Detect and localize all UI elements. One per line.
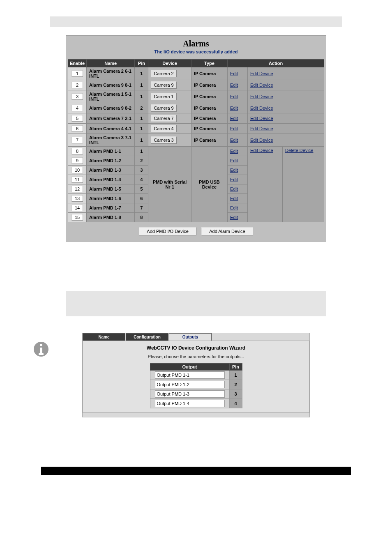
output-name-input[interactable] bbox=[155, 381, 225, 388]
tab-outputs[interactable]: Outputs bbox=[169, 333, 212, 341]
edit-link[interactable]: Edit bbox=[230, 215, 238, 220]
output-pin-cell: 1 bbox=[229, 371, 242, 380]
delete-device-link[interactable]: Delete Device bbox=[285, 148, 313, 153]
name-cell: Alarm Camera 9 8-2 bbox=[87, 103, 135, 113]
edit-device-link[interactable]: Edit Device bbox=[250, 94, 273, 99]
pin-cell: 1 bbox=[135, 147, 148, 156]
name-cell: Alarm PMD 1-8 bbox=[87, 213, 135, 222]
edit-device-link[interactable]: Edit Device bbox=[250, 106, 273, 111]
output-name-cell bbox=[150, 371, 229, 380]
enable-index[interactable]: 3 bbox=[71, 93, 83, 100]
alarms-title: Alarms bbox=[66, 39, 326, 48]
enable-cell: 6 bbox=[68, 124, 87, 134]
wizard-title: WebCCTV IO Device Configuration Wizard bbox=[87, 345, 305, 351]
wizard-panel: Name Configuration Outputs WebCCTV IO De… bbox=[82, 333, 310, 417]
edit-link[interactable]: Edit bbox=[230, 94, 238, 99]
enable-cell: 9 bbox=[68, 156, 87, 166]
enable-index[interactable]: 12 bbox=[71, 186, 83, 192]
add-pmd-button[interactable]: Add PMD I/O Device bbox=[139, 227, 196, 235]
name-cell: Alarm PMD 1-4 bbox=[87, 175, 135, 184]
enable-index[interactable]: 7 bbox=[71, 137, 83, 143]
enable-index[interactable]: 8 bbox=[71, 148, 83, 154]
edit-link[interactable]: Edit bbox=[230, 83, 238, 88]
enable-index[interactable]: 1 bbox=[71, 70, 83, 77]
table-row: 3Alarm Camera 1 5-1 INTL1Camera 1IP Came… bbox=[68, 90, 324, 103]
enable-index[interactable]: 5 bbox=[71, 115, 83, 122]
output-name-input[interactable] bbox=[155, 371, 225, 379]
enable-cell: 3 bbox=[68, 90, 87, 103]
action-edit-cell: Edit bbox=[228, 184, 248, 194]
th-type: Type bbox=[191, 60, 227, 67]
edit-link[interactable]: Edit bbox=[230, 149, 238, 154]
output-pin-cell: 4 bbox=[229, 399, 242, 408]
enable-index[interactable]: 10 bbox=[71, 167, 83, 173]
action-deletedevice-cell: Delete Device bbox=[283, 147, 324, 222]
action-edit-cell: Edit bbox=[228, 113, 248, 124]
table-row: 5Alarm Camera 7 2-11Camera 7IP CameraEdi… bbox=[68, 113, 324, 124]
action-edit-cell: Edit bbox=[228, 147, 248, 156]
type-cell: IP Camera bbox=[191, 90, 227, 103]
edit-link[interactable]: Edit bbox=[230, 138, 238, 143]
output-row: 1 bbox=[150, 371, 242, 380]
edit-link[interactable]: Edit bbox=[230, 116, 238, 121]
device-cell: Camera 9 bbox=[148, 80, 191, 90]
table-row: 6Alarm Camera 4 4-11Camera 4IP CameraEdi… bbox=[68, 124, 324, 134]
enable-index[interactable]: 11 bbox=[71, 176, 83, 183]
device-cell: Camera 2 bbox=[148, 67, 191, 80]
alarms-panel: Alarms The I/O device was successfully a… bbox=[66, 35, 326, 242]
add-alarm-button[interactable]: Add Alarm Device bbox=[201, 227, 253, 235]
output-name-input[interactable] bbox=[155, 400, 225, 407]
action-editdevice-cell: Edit Device bbox=[248, 90, 324, 103]
pin-cell: 7 bbox=[135, 203, 148, 213]
pin-cell: 6 bbox=[135, 194, 148, 203]
edit-device-link[interactable]: Edit Device bbox=[250, 138, 273, 143]
enable-cell: 1 bbox=[68, 67, 87, 80]
table-row: 1Alarm Camera 2 6-1 INTL1Camera 2IP Came… bbox=[68, 67, 324, 80]
edit-device-link[interactable]: Edit Device bbox=[250, 83, 273, 88]
edit-link[interactable]: Edit bbox=[230, 126, 238, 131]
enable-cell: 4 bbox=[68, 103, 87, 113]
tab-name[interactable]: Name bbox=[83, 333, 125, 341]
edit-link[interactable]: Edit bbox=[230, 177, 238, 182]
enable-index[interactable]: 14 bbox=[71, 205, 83, 211]
tab-configuration[interactable]: Configuration bbox=[126, 333, 168, 341]
th-pin: Pin bbox=[135, 60, 148, 67]
edit-link[interactable]: Edit bbox=[230, 106, 238, 111]
pin-cell: 1 bbox=[135, 124, 148, 134]
device-name: Camera 4 bbox=[151, 125, 176, 132]
output-name-input[interactable] bbox=[155, 390, 225, 398]
edit-device-link[interactable]: Edit Device bbox=[250, 71, 273, 76]
mid-band bbox=[66, 291, 326, 316]
action-editdevice-cell: Edit Device bbox=[248, 124, 324, 134]
edit-link[interactable]: Edit bbox=[230, 168, 238, 173]
enable-index[interactable]: 6 bbox=[71, 125, 83, 132]
edit-device-link[interactable]: Edit Device bbox=[250, 148, 273, 153]
enable-index[interactable]: 4 bbox=[71, 105, 83, 111]
action-edit-cell: Edit bbox=[228, 124, 248, 134]
svg-point-1 bbox=[40, 344, 42, 346]
type-cell-group: PMD USB Device bbox=[191, 147, 227, 222]
edit-device-link[interactable]: Edit Device bbox=[250, 126, 273, 131]
edit-link[interactable]: Edit bbox=[230, 187, 238, 191]
name-cell: Alarm PMD 1-1 bbox=[87, 147, 135, 156]
enable-index[interactable]: 15 bbox=[71, 214, 83, 221]
enable-index[interactable]: 9 bbox=[71, 157, 83, 164]
enable-index[interactable]: 13 bbox=[71, 195, 83, 202]
type-cell: IP Camera bbox=[191, 80, 227, 90]
edit-link[interactable]: Edit bbox=[230, 205, 238, 210]
th-name: Name bbox=[87, 60, 135, 67]
name-cell: Alarm PMD 1-2 bbox=[87, 156, 135, 166]
table-row: 4Alarm Camera 9 8-22Camera 9IP CameraEdi… bbox=[68, 103, 324, 113]
edit-link[interactable]: Edit bbox=[230, 71, 238, 76]
device-name: Camera 7 bbox=[151, 115, 176, 122]
device-cell: Camera 7 bbox=[148, 113, 191, 124]
edit-link[interactable]: Edit bbox=[230, 196, 238, 201]
edit-link[interactable]: Edit bbox=[230, 158, 238, 163]
action-edit-cell: Edit bbox=[228, 103, 248, 113]
action-edit-cell: Edit bbox=[228, 134, 248, 147]
device-cell: Camera 4 bbox=[148, 124, 191, 134]
action-edit-cell: Edit bbox=[228, 166, 248, 175]
edit-device-link[interactable]: Edit Device bbox=[250, 116, 273, 121]
enable-index[interactable]: 2 bbox=[71, 82, 83, 88]
device-name: Camera 2 bbox=[151, 70, 176, 77]
